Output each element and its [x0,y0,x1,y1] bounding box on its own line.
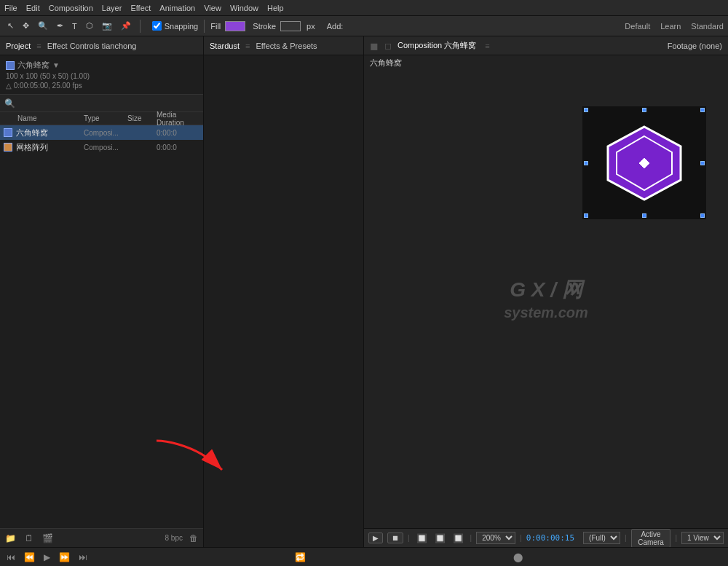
viewer-icon-2[interactable]: 🔲 [432,532,448,544]
snapping-checkbox[interactable] [152,21,162,31]
menu-animation[interactable]: Animation [159,4,195,12]
menu-effect[interactable]: Effect [130,4,151,12]
stroke-label: Stroke [253,22,276,31]
project-tab[interactable]: Project [6,42,31,50]
menu-composition[interactable]: Composition [49,4,93,12]
col-header-dur: Media Duration [157,111,200,127]
middle-panel: Stardust ≡ Effects & Presets [204,36,364,547]
col-header-size: Size [127,114,157,122]
viewer-icon-3[interactable]: 🔲 [451,532,466,544]
toolbar-tool-zoom[interactable]: 🔍 [35,20,51,32]
project-items: 六角蜂窝 Composi... 0:00:0 网格阵列 Composi... 0… [0,125,203,528]
learn-label: Learn [660,22,681,31]
menu-window[interactable]: Window [230,4,258,12]
item-dur-1: 0:00:0 [157,129,200,137]
search-bar: 🔍 [0,95,203,112]
comp-panel-header: ◼ ◻ Composition 六角蜂窝 ≡ Footage (none) [364,36,728,55]
toolbar-tool-puppet[interactable]: 📌 [118,20,134,32]
timeline-area: ⬤ 网格阵列 ✕ 六角蜂窝 ✕ ≡ ⚙ 📊 🔗 0:00:00:15 00:15… [0,547,728,566]
menu-file[interactable]: File [4,4,17,12]
menu-view[interactable]: View [204,4,221,12]
quality-select[interactable]: (Full) [583,532,620,544]
handle-bottom [642,213,646,218]
col-header-type: Type [84,114,127,122]
left-panel: Project ≡ Effect Controls tianchong 六角蜂窝… [0,36,204,547]
new-item-btn[interactable]: 🗒 [23,532,36,544]
toolbar-tool-2[interactable]: ✥ [20,20,32,32]
fill-color-swatch[interactable] [225,21,245,31]
item-name-2: 网格阵列 [16,142,84,153]
timecode-display: 0:00:00:15 [526,533,574,543]
tl-bottom-btn-4[interactable]: ⏩ [57,551,72,563]
comp-name-label: 六角蜂窝 [17,60,50,71]
stardust-tab[interactable]: Stardust [210,42,240,50]
snapping-text: Snapping [165,22,199,31]
fill-stroke-area: Fill Stroke px Add: [210,20,346,32]
effect-controls-tab[interactable]: Effect Controls tianchong [47,42,137,50]
standard-label: Standard [691,22,724,31]
corner-handle-tr [700,108,705,112]
view-select[interactable]: 1 View [681,532,724,544]
project-item-1[interactable]: 六角蜂窝 Composi... 0:00:0 [0,125,203,140]
viewer-play-btn[interactable]: ▶ [368,532,383,543]
zoom-select[interactable]: 200% [476,532,515,544]
toolbar-tool-1[interactable]: ↖ [4,20,17,32]
comp-icon [6,61,15,70]
new-folder-btn[interactable]: 📁 [3,532,18,544]
tl-bottom-btn-6[interactable]: 🔁 [293,551,308,563]
new-comp-btn[interactable]: 🎬 [40,532,55,544]
corner-handle-tl [584,108,588,112]
project-table-header: Name Type Size Media Duration [0,112,203,125]
bit-depth-label: 8 bpc [165,534,183,542]
toolbar: ↖ ✥ 🔍 ✒ T ⬡ 📷 📌 Snapping Fill Stroke px … [0,16,728,36]
hexagon-svg [601,123,688,203]
stroke-color-swatch[interactable] [280,21,301,31]
effects-content [204,55,363,547]
toolbar-tool-pen[interactable]: ✒ [54,20,66,32]
viewer-icon-1[interactable]: 🔲 [414,532,430,544]
comp-details-2: △ 0:00:05:00, 25.00 fps [6,82,197,90]
project-item-2[interactable]: 网格阵列 Composi... 0:00:0 [0,140,203,154]
comp-panel-tab[interactable]: Composition 六角蜂窝 [397,40,476,51]
tl-bottom-btn-1[interactable]: ⏮ [4,551,17,563]
corner-handle-br [700,213,705,218]
project-bottom-bar: 📁 🗒 🎬 8 bpc 🗑 [0,528,203,547]
fill-label: Fill [210,22,221,31]
comp-preview [582,106,706,219]
effects-presets-tab[interactable]: Effects & Presets [256,42,317,50]
dropdown-arrow[interactable]: ▼ [52,61,60,69]
footage-tab[interactable]: Footage (none) [668,42,722,50]
comp-name-bar: 六角蜂窝 [364,55,728,70]
tl-bottom-play-btn[interactable]: ▶ [41,551,52,563]
toolbar-sep-2 [204,20,205,33]
tl-bottom-btn-5[interactable]: ⏭ [76,551,90,563]
toolbar-sep-1 [140,20,141,33]
item-icon-2 [3,142,13,152]
project-info: 六角蜂窝 ▼ 100 x 100 (50 x 50) (1.00) △ 0:00… [0,55,203,95]
panel-header-middle: Stardust ≡ Effects & Presets [204,36,363,55]
tl-bottom-btn-2[interactable]: ⏪ [22,551,37,563]
toolbar-tool-shape[interactable]: ⬡ [83,20,96,32]
toolbar-tool-text[interactable]: T [69,20,80,32]
item-type-1: Composi... [84,129,127,137]
handle-left [584,161,588,165]
comp-viewer[interactable]: G X / 网 system.com [364,70,728,528]
delete-btn[interactable]: 🗑 [187,532,200,544]
col-header-name: Name [3,114,84,122]
comp-details-1: 100 x 100 (50 x 50) (1.00) [6,72,197,80]
add-btn[interactable]: Add: [324,20,347,32]
viewer-controls: ▶ ⏹ | 🔲 🔲 🔲 | 200% | 0:00:00:15 (Full) |… [364,528,728,547]
search-input[interactable] [15,99,199,108]
menu-edit[interactable]: Edit [26,4,40,12]
main-layout: Project ≡ Effect Controls tianchong 六角蜂窝… [0,36,728,547]
menu-layer[interactable]: Layer [102,4,122,12]
project-panel: 六角蜂窝 ▼ 100 x 100 (50 x 50) (1.00) △ 0:00… [0,55,203,547]
menu-help[interactable]: Help [267,4,284,12]
toolbar-tool-camera[interactable]: 📷 [99,20,115,32]
active-camera-btn[interactable]: Active Camera [631,529,671,548]
watermark: G X / 网 system.com [504,276,588,321]
tl-bottom-btn-7[interactable]: ⬤ [511,551,525,563]
px-label: px [306,22,315,31]
viewer-stop-btn[interactable]: ⏹ [387,532,403,543]
comp-name-in-viewer: 六角蜂窝 [370,58,402,68]
